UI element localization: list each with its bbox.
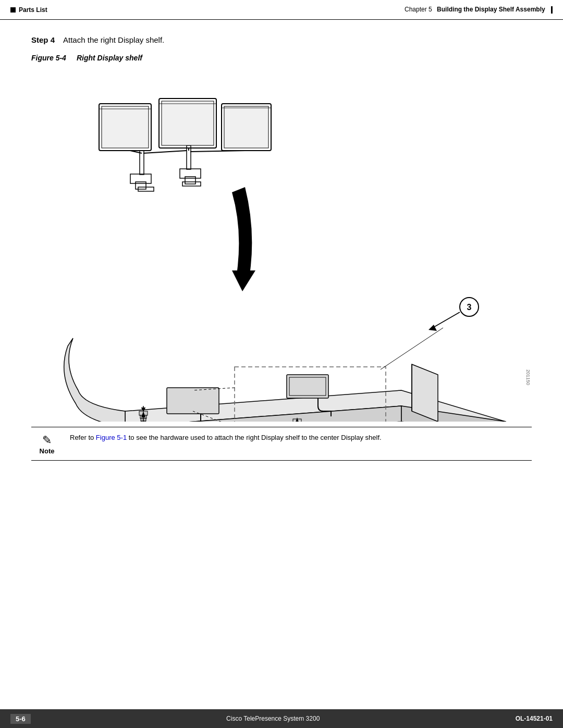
svg-marker-53 <box>429 325 437 331</box>
svg-rect-10 <box>102 106 149 148</box>
page-header: Parts List Chapter 5 Building the Displa… <box>0 0 563 20</box>
step-label: Step 4 <box>31 35 55 44</box>
figure-caption: Figure 5-4 Right Display shelf <box>31 54 532 62</box>
step-text: Attach the right Display shelf. <box>63 35 164 44</box>
page-number: 5-6 <box>10 714 31 724</box>
assembly-diagram: 13 13 3 201150 <box>31 67 532 422</box>
monitor-assembly <box>99 98 271 191</box>
parts-list-label: Parts List <box>19 6 47 14</box>
svg-rect-4 <box>185 177 195 184</box>
svg-rect-1 <box>136 182 146 189</box>
svg-rect-13 <box>162 101 214 145</box>
page-footer: 5-6 Cisco TelePresence System 3200 OL-14… <box>0 709 563 728</box>
note-section: ✎ Note Refer to Figure 5-1 to see the ha… <box>31 427 532 461</box>
header-left: Parts List <box>10 6 47 14</box>
diagram-container: 13 13 3 201150 <box>31 67 532 422</box>
note-text: Refer to Figure 5-1 to see the hardware … <box>70 433 382 443</box>
figure-5-1-link[interactable]: Figure 5-1 <box>96 434 127 441</box>
shelf-assembly: 13 13 <box>64 328 506 422</box>
header-right: Chapter 5 Building the Display Shelf Ass… <box>405 6 553 14</box>
svg-line-52 <box>433 312 460 328</box>
header-bar <box>551 6 553 14</box>
chapter-title: Building the Display Shelf Assembly <box>437 6 545 13</box>
black-square-icon <box>10 7 16 13</box>
chapter-label: Chapter 5 <box>405 6 432 13</box>
note-icon-area: ✎ Note <box>31 433 63 455</box>
note-text-before-link: Refer to <box>70 434 96 441</box>
note-label: Note <box>40 447 55 455</box>
step-line: Step 4 Attach the right Display shelf. <box>31 35 532 44</box>
svg-rect-29 <box>167 388 219 414</box>
note-pencil-icon: ✎ <box>42 434 52 447</box>
svg-line-39 <box>381 328 443 369</box>
svg-text:201150: 201150 <box>525 369 531 385</box>
figure-title: Right Display shelf <box>77 54 142 62</box>
svg-rect-27 <box>287 375 328 398</box>
svg-rect-6 <box>140 151 144 175</box>
svg-marker-24 <box>412 364 438 422</box>
svg-line-17 <box>190 151 245 152</box>
main-content: Step 4 Attach the right Display shelf. F… <box>0 20 563 471</box>
svg-rect-16 <box>224 106 268 148</box>
large-arrow <box>232 187 255 291</box>
note-text-after-link: to see the hardware used to attach the r… <box>127 434 382 441</box>
figure-number: Figure 5-4 <box>31 54 66 62</box>
callout-3: 3 <box>429 298 479 331</box>
svg-text:3: 3 <box>467 303 472 312</box>
footer-product-name: Cisco TelePresence System 3200 <box>226 715 320 722</box>
footer-doc-number: OL-14521-01 <box>516 715 553 722</box>
